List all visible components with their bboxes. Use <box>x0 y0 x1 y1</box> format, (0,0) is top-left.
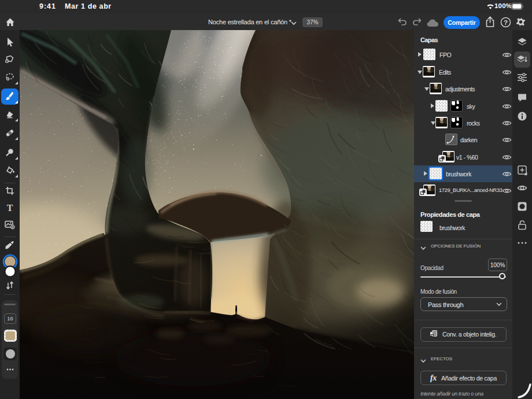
svg-text:?: ? <box>504 19 508 26</box>
